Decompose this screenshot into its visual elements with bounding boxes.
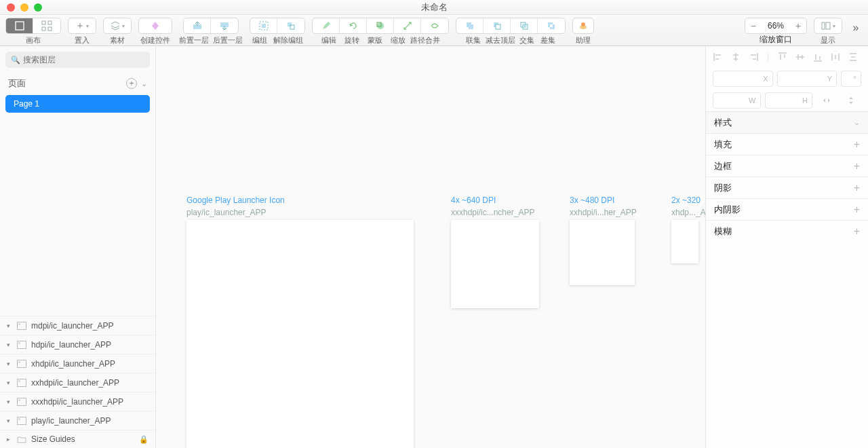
maximize-window-button[interactable] bbox=[34, 3, 42, 12]
svg-rect-4 bbox=[48, 27, 52, 31]
intersect-button[interactable] bbox=[511, 18, 538, 33]
assistant-group: 助理 bbox=[572, 18, 594, 45]
artboard-icon bbox=[16, 398, 27, 406]
border-section[interactable]: 边框+ bbox=[706, 155, 868, 176]
align-left-icon[interactable] bbox=[713, 52, 724, 62]
group-label: 编组 解除编组 bbox=[252, 35, 303, 45]
svg-rect-30 bbox=[18, 361, 20, 363]
search-input[interactable] bbox=[23, 55, 144, 64]
mask-button[interactable] bbox=[367, 18, 394, 33]
display-label: 显示 bbox=[821, 35, 835, 45]
layer-item[interactable]: ▾xxhdpi/ic_launcher_APP bbox=[0, 373, 155, 392]
zoom-in-button[interactable]: + bbox=[790, 20, 806, 31]
insert-button[interactable]: ＋▾ bbox=[68, 18, 96, 33]
artboard-xhdpi[interactable]: 2x ~320 xhdp..._A bbox=[671, 195, 705, 263]
layer-item[interactable]: ▾xhdpi/ic_launcher_APP bbox=[0, 354, 155, 373]
svg-rect-8 bbox=[262, 24, 266, 28]
canvas-grid-button[interactable] bbox=[33, 18, 60, 33]
folder-icon bbox=[16, 435, 27, 443]
pages-label: 页面 bbox=[8, 77, 26, 90]
add-shadow-button[interactable]: + bbox=[854, 182, 860, 194]
pages-collapse-button[interactable]: ⌄ bbox=[141, 79, 147, 88]
distribute-v-icon[interactable] bbox=[848, 52, 859, 62]
group-button[interactable] bbox=[250, 18, 277, 33]
artboard-icon bbox=[16, 360, 27, 368]
assets-button[interactable]: ▾ bbox=[104, 18, 131, 33]
create-widget-button[interactable] bbox=[139, 18, 172, 33]
add-inner-shadow-button[interactable]: + bbox=[854, 204, 860, 216]
pages-header: 页面 + ⌄ bbox=[0, 73, 155, 94]
edit-button[interactable] bbox=[313, 18, 340, 33]
layer-item[interactable]: ▾play/ic_launcher_APP bbox=[0, 411, 155, 430]
ungroup-button[interactable] bbox=[277, 18, 304, 33]
inner-shadow-section[interactable]: 内阴影+ bbox=[706, 198, 868, 220]
svg-rect-20 bbox=[550, 24, 553, 27]
create-widget-group: 创建控件 bbox=[138, 18, 172, 45]
window-controls bbox=[0, 3, 42, 12]
zoom-value[interactable]: 66% bbox=[762, 21, 790, 31]
shadow-section[interactable]: 阴影+ bbox=[706, 176, 868, 198]
rotate-button[interactable] bbox=[340, 18, 367, 33]
forward-button[interactable] bbox=[184, 18, 211, 33]
add-fill-button[interactable]: + bbox=[854, 138, 860, 151]
union-button[interactable] bbox=[456, 18, 484, 33]
artboard-play[interactable]: Google Play Launcher Icon play/ic_launch… bbox=[186, 195, 414, 448]
canvas-single-button[interactable] bbox=[6, 18, 33, 33]
path-merge-button[interactable] bbox=[421, 18, 448, 33]
backward-button[interactable] bbox=[211, 18, 238, 33]
layer-item[interactable]: ▾mdpi/ic_launcher_APP bbox=[0, 316, 155, 335]
fill-section[interactable]: 填充+ bbox=[706, 133, 868, 155]
svg-point-11 bbox=[377, 22, 384, 29]
align-vcenter-icon[interactable] bbox=[795, 52, 806, 62]
align-top-icon[interactable] bbox=[777, 52, 788, 62]
zoom-out-button[interactable]: − bbox=[745, 20, 762, 31]
assistant-button[interactable] bbox=[573, 18, 593, 33]
svg-rect-26 bbox=[18, 323, 20, 325]
add-page-button[interactable]: + bbox=[126, 78, 137, 89]
artboard-xxhdpi[interactable]: 3x ~480 DPI xxhdpi/i...her_APP bbox=[570, 195, 637, 285]
layer-item[interactable]: ▾xxxhdpi/ic_launcher_APP bbox=[0, 392, 155, 411]
toolbar-overflow[interactable]: » bbox=[849, 18, 863, 34]
subtract-button[interactable] bbox=[484, 18, 511, 33]
svg-rect-32 bbox=[18, 380, 20, 382]
inspector-panel: ┊ X Y ° W H 样式⌄ 填充+ 边框+ 阴影+ 内阴影+ 模糊+ bbox=[705, 46, 868, 448]
display-button[interactable]: ▾ bbox=[814, 18, 842, 33]
align-hcenter-icon[interactable] bbox=[730, 52, 741, 62]
svg-rect-2 bbox=[48, 21, 52, 24]
left-sidebar: 🔍 页面 + ⌄ Page 1 ▾mdpi/ic_launcher_APP ▾h… bbox=[0, 46, 156, 448]
align-bottom-icon[interactable] bbox=[812, 52, 823, 62]
artboard-xxxhdpi[interactable]: 4x ~640 DPI xxxhdpi/ic...ncher_APP bbox=[451, 195, 539, 308]
w-field[interactable]: W bbox=[713, 92, 761, 109]
canvas-area[interactable]: Google Play Launcher Icon play/ic_launch… bbox=[156, 46, 705, 448]
minimize-window-button[interactable] bbox=[20, 3, 28, 12]
close-window-button[interactable] bbox=[7, 3, 15, 12]
scale-button[interactable] bbox=[394, 18, 421, 33]
blur-section[interactable]: 模糊+ bbox=[706, 220, 868, 242]
y-field[interactable]: Y bbox=[777, 71, 837, 87]
difference-button[interactable] bbox=[538, 18, 565, 33]
flip-h-icon[interactable] bbox=[816, 92, 837, 109]
x-field[interactable]: X bbox=[713, 71, 773, 87]
artboard-icon bbox=[16, 341, 27, 349]
align-row: ┊ bbox=[706, 46, 868, 68]
layer-item-size-guides[interactable]: ▸Size Guides🔒 bbox=[0, 430, 155, 448]
style-section[interactable]: 样式⌄ bbox=[706, 111, 868, 133]
add-blur-button[interactable]: + bbox=[854, 225, 860, 238]
window-title: 未命名 bbox=[421, 1, 448, 14]
align-right-icon[interactable] bbox=[748, 52, 759, 62]
distribute-h-icon[interactable] bbox=[830, 52, 841, 62]
add-border-button[interactable]: + bbox=[854, 160, 860, 172]
titlebar: 未命名 bbox=[0, 0, 868, 15]
size-row: W H bbox=[706, 90, 868, 111]
zoom-label: 缩放窗口 bbox=[760, 34, 792, 45]
layer-item[interactable]: ▾hdpi/ic_launcher_APP bbox=[0, 335, 155, 354]
page-item-1[interactable]: Page 1 bbox=[5, 95, 150, 113]
h-field[interactable]: H bbox=[765, 92, 813, 109]
svg-rect-9 bbox=[288, 22, 292, 26]
main-area: 🔍 页面 + ⌄ Page 1 ▾mdpi/ic_launcher_APP ▾h… bbox=[0, 46, 868, 448]
angle-field[interactable]: ° bbox=[841, 71, 861, 87]
zoom-group: − 66% + 缩放窗口 bbox=[745, 18, 807, 45]
flip-v-icon[interactable] bbox=[841, 92, 861, 109]
search-layers[interactable]: 🔍 bbox=[5, 52, 150, 68]
svg-rect-34 bbox=[18, 399, 20, 401]
